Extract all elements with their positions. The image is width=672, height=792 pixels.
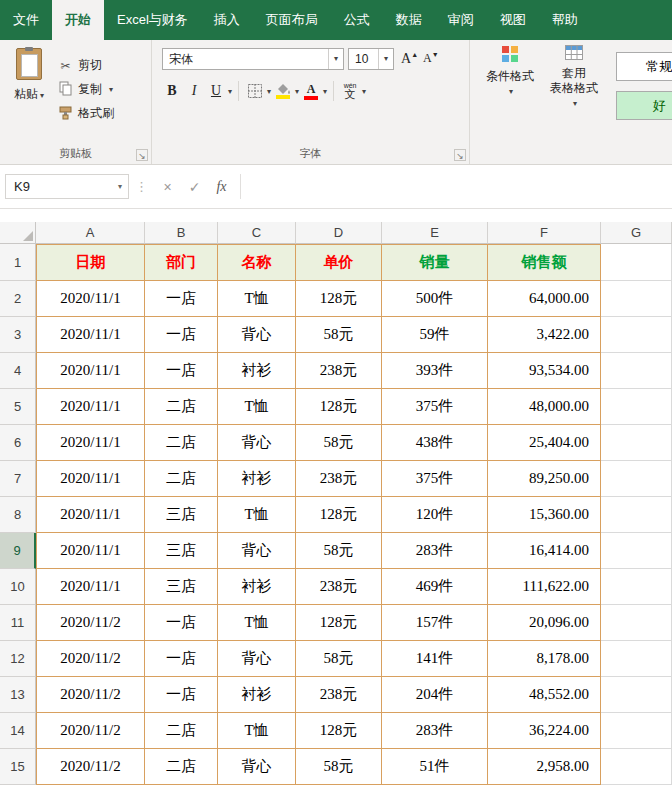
cell[interactable]: 销量: [382, 244, 488, 281]
cut-button[interactable]: ✂ 剪切: [58, 57, 114, 74]
chevron-down-icon[interactable]: ▾: [112, 182, 128, 191]
cell[interactable]: [601, 677, 672, 713]
cell[interactable]: 一店: [145, 317, 218, 353]
chevron-down-icon[interactable]: ▾: [295, 87, 299, 96]
cell[interactable]: 二店: [145, 749, 218, 785]
tab-文件[interactable]: 文件: [0, 0, 52, 40]
cell[interactable]: 三店: [145, 497, 218, 533]
cell[interactable]: 438件: [382, 425, 488, 461]
paste-button[interactable]: 粘贴▾: [0, 48, 58, 122]
drag-handle-icon[interactable]: ⋮: [135, 179, 148, 194]
cell[interactable]: [601, 244, 672, 281]
phonetic-guide-button[interactable]: wén 文 ▾: [340, 79, 366, 103]
cell[interactable]: 二店: [145, 461, 218, 497]
cell[interactable]: 3,422.00: [488, 317, 601, 353]
cell[interactable]: 2020/11/1: [36, 281, 145, 317]
column-header-G[interactable]: G: [601, 222, 672, 244]
cell[interactable]: T恤: [218, 281, 296, 317]
copy-button[interactable]: 复制 ▾: [58, 81, 114, 98]
cell[interactable]: 2,958.00: [488, 749, 601, 785]
cell[interactable]: 背心: [218, 641, 296, 677]
cell[interactable]: T恤: [218, 605, 296, 641]
cell[interactable]: 衬衫: [218, 569, 296, 605]
cell[interactable]: [601, 533, 672, 569]
cell[interactable]: 背心: [218, 317, 296, 353]
borders-button[interactable]: ▾: [245, 79, 271, 103]
cell[interactable]: [601, 497, 672, 533]
cell[interactable]: 36,224.00: [488, 713, 601, 749]
cell[interactable]: 128元: [296, 389, 382, 425]
row-header-6[interactable]: 6: [0, 425, 36, 461]
cell[interactable]: 2020/11/2: [36, 677, 145, 713]
cell[interactable]: 58元: [296, 317, 382, 353]
increase-font-size-button[interactable]: A▲: [401, 52, 418, 66]
cell[interactable]: 375件: [382, 389, 488, 425]
cell[interactable]: 89,250.00: [488, 461, 601, 497]
cell[interactable]: 衬衫: [218, 461, 296, 497]
cell[interactable]: 58元: [296, 749, 382, 785]
cell[interactable]: 128元: [296, 497, 382, 533]
cell[interactable]: 393件: [382, 353, 488, 389]
cell[interactable]: 238元: [296, 461, 382, 497]
formula-input[interactable]: [241, 174, 672, 199]
chevron-down-icon[interactable]: ▾: [328, 49, 343, 69]
row-header-3[interactable]: 3: [0, 317, 36, 353]
row-header-9[interactable]: 9: [0, 533, 36, 569]
cell[interactable]: 128元: [296, 281, 382, 317]
fill-color-button[interactable]: ▾: [273, 79, 299, 103]
cell[interactable]: 2020/11/2: [36, 641, 145, 677]
cell[interactable]: 16,414.00: [488, 533, 601, 569]
cell[interactable]: 一店: [145, 641, 218, 677]
column-header-B[interactable]: B: [145, 222, 218, 244]
cell[interactable]: [601, 353, 672, 389]
cell[interactable]: 283件: [382, 713, 488, 749]
chevron-down-icon[interactable]: ▾: [378, 49, 393, 69]
decrease-font-size-button[interactable]: A▼: [423, 52, 439, 64]
cell[interactable]: 部门: [145, 244, 218, 281]
cell[interactable]: 2020/11/1: [36, 497, 145, 533]
cell[interactable]: [601, 749, 672, 785]
cell[interactable]: [601, 281, 672, 317]
tab-Excel与财务[interactable]: Excel与财务: [104, 0, 201, 40]
cell[interactable]: 500件: [382, 281, 488, 317]
column-header-F[interactable]: F: [488, 222, 601, 244]
cell[interactable]: 20,096.00: [488, 605, 601, 641]
cell[interactable]: [601, 605, 672, 641]
cell[interactable]: [601, 389, 672, 425]
cell[interactable]: 15,360.00: [488, 497, 601, 533]
clipboard-dialog-launcher-icon[interactable]: ↘: [136, 149, 148, 161]
enter-icon[interactable]: ✓: [181, 174, 208, 199]
cell[interactable]: 238元: [296, 677, 382, 713]
cell[interactable]: 111,622.00: [488, 569, 601, 605]
cell[interactable]: 469件: [382, 569, 488, 605]
row-header-1[interactable]: 1: [0, 244, 36, 281]
column-header-C[interactable]: C: [218, 222, 296, 244]
cell[interactable]: 2020/11/2: [36, 605, 145, 641]
cell[interactable]: 2020/11/2: [36, 713, 145, 749]
insert-function-icon[interactable]: fx: [208, 174, 235, 199]
tab-开始[interactable]: 开始: [52, 0, 104, 40]
cell[interactable]: [601, 569, 672, 605]
cell[interactable]: 2020/11/1: [36, 317, 145, 353]
cell[interactable]: 238元: [296, 569, 382, 605]
bold-button[interactable]: B: [162, 79, 182, 103]
cell[interactable]: T恤: [218, 497, 296, 533]
cell[interactable]: 51件: [382, 749, 488, 785]
cell[interactable]: 二店: [145, 389, 218, 425]
select-all-corner[interactable]: [0, 222, 36, 244]
cell[interactable]: 157件: [382, 605, 488, 641]
row-header-15[interactable]: 15: [0, 749, 36, 785]
cell[interactable]: 衬衫: [218, 677, 296, 713]
cell[interactable]: 一店: [145, 353, 218, 389]
cell[interactable]: 283件: [382, 533, 488, 569]
cell[interactable]: 375件: [382, 461, 488, 497]
cell[interactable]: [601, 641, 672, 677]
cell[interactable]: 58元: [296, 533, 382, 569]
style-good[interactable]: 好: [616, 91, 672, 120]
row-header-5[interactable]: 5: [0, 389, 36, 425]
cell[interactable]: [601, 317, 672, 353]
row-header-4[interactable]: 4: [0, 353, 36, 389]
row-header-11[interactable]: 11: [0, 605, 36, 641]
row-header-14[interactable]: 14: [0, 713, 36, 749]
cell[interactable]: 25,404.00: [488, 425, 601, 461]
